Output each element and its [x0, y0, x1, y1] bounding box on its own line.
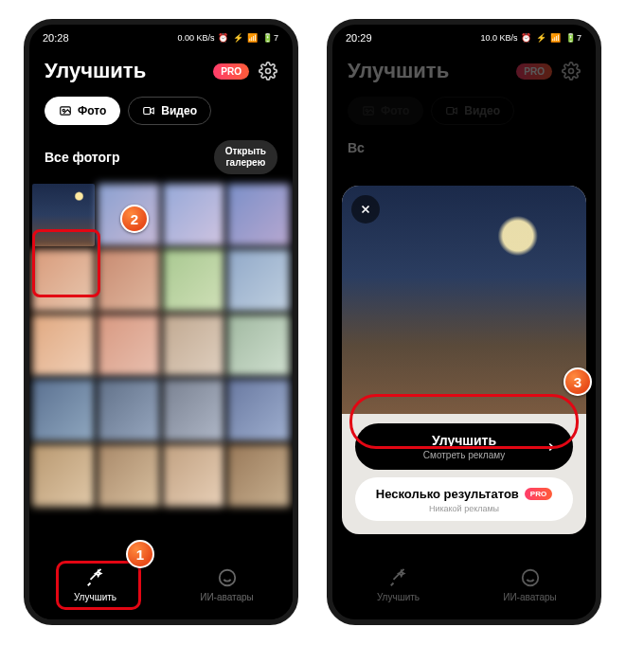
multiple-results-button[interactable]: Несколько результатов PRO Никакой реклам… — [355, 477, 573, 521]
pro-badge-mini: PRO — [525, 488, 552, 500]
callout-2: 2 — [120, 205, 149, 233]
grid-item[interactable] — [98, 249, 160, 312]
video-icon — [142, 104, 155, 117]
grid-item[interactable] — [163, 379, 225, 441]
gear-icon[interactable] — [259, 62, 277, 81]
pro-badge[interactable]: PRO — [516, 63, 552, 80]
chevron-right-icon — [545, 440, 558, 454]
photo-icon — [59, 104, 72, 117]
tab-photo[interactable]: Фото — [45, 97, 120, 125]
svg-point-4 — [219, 570, 235, 586]
bottom-nav: Улучшить ИИ-аватары — [332, 558, 596, 619]
photo-grid — [29, 184, 293, 507]
nav-avatars[interactable]: ИИ-аватары — [161, 567, 293, 602]
grid-item[interactable] — [32, 444, 95, 507]
section-row: Все фотогр Открыть галерею — [29, 134, 293, 184]
grid-item[interactable] — [227, 184, 290, 246]
section-title: Все фотогр — [45, 150, 119, 165]
section-title: Вс — [348, 140, 365, 155]
grid-item[interactable] — [163, 249, 225, 312]
grid-item[interactable] — [98, 379, 160, 441]
tab-video[interactable]: Видео — [128, 97, 211, 125]
sheet-actions: Улучшить Смотреть рекламу Несколько резу… — [342, 414, 586, 534]
open-gallery-button[interactable]: Открыть галерею — [214, 140, 277, 174]
section-row: Вс — [332, 134, 596, 165]
nav-enhance[interactable]: Улучшить — [332, 567, 464, 602]
status-right: 0.00 KB/s ⏰ ⚡ 📶 🔋7 — [177, 33, 279, 43]
page-title: Улучшить — [348, 59, 449, 83]
gear-icon[interactable] — [562, 62, 581, 81]
wand-icon — [85, 567, 106, 588]
grid-item[interactable] — [227, 444, 290, 507]
status-bar: 20:28 0.00 KB/s ⏰ ⚡ 📶 🔋7 — [29, 25, 293, 47]
preview-image — [342, 186, 586, 414]
tabs: Фото Видео — [332, 91, 596, 134]
status-time: 20:29 — [346, 32, 372, 44]
preview-sheet: Улучшить Смотреть рекламу Несколько резу… — [342, 186, 586, 534]
tab-video[interactable]: Видео — [431, 97, 514, 125]
close-button[interactable] — [351, 195, 380, 224]
grid-item[interactable] — [32, 379, 95, 441]
enhance-button[interactable]: Улучшить Смотреть рекламу — [355, 423, 573, 470]
video-icon — [445, 104, 458, 117]
grid-item[interactable] — [32, 314, 95, 377]
svg-point-7 — [366, 109, 367, 111]
status-right: 10.0 KB/s ⏰ ⚡ 📶 🔋7 — [480, 33, 582, 43]
photo-icon — [362, 104, 375, 117]
callout-3: 3 — [564, 367, 592, 396]
nav-avatars[interactable]: ИИ-аватары — [464, 567, 596, 602]
svg-point-0 — [266, 69, 271, 74]
pro-badge[interactable]: PRO — [213, 63, 249, 80]
nav-enhance[interactable]: Улучшить — [29, 567, 161, 602]
svg-point-9 — [522, 570, 538, 586]
grid-item[interactable] — [163, 184, 225, 246]
svg-point-2 — [63, 109, 64, 111]
grid-item[interactable] — [227, 379, 290, 441]
close-icon — [359, 203, 372, 216]
grid-item[interactable] — [98, 314, 160, 377]
header: Улучшить PRO — [29, 47, 293, 91]
svg-point-5 — [569, 69, 574, 74]
smile-icon — [217, 567, 238, 588]
svg-rect-8 — [447, 108, 454, 115]
header: Улучшить PRO — [332, 47, 596, 91]
grid-item[interactable] — [98, 444, 160, 507]
svg-rect-3 — [144, 108, 151, 115]
grid-item[interactable] — [32, 249, 95, 312]
phone-right: 20:29 10.0 KB/s ⏰ ⚡ 📶 🔋7 Улучшить PRO Фо… — [327, 19, 601, 625]
status-bar: 20:29 10.0 KB/s ⏰ ⚡ 📶 🔋7 — [332, 25, 596, 47]
wand-icon — [388, 567, 409, 588]
tabs: Фото Видео — [29, 91, 293, 134]
grid-item[interactable] — [163, 444, 225, 507]
phone-left: 20:28 0.00 KB/s ⏰ ⚡ 📶 🔋7 Улучшить PRO Фо… — [24, 19, 298, 625]
grid-item[interactable] — [227, 249, 290, 312]
callout-1: 1 — [126, 540, 154, 568]
bottom-nav: Улучшить ИИ-аватары — [29, 558, 293, 619]
status-time: 20:28 — [43, 32, 69, 44]
page-title: Улучшить — [45, 59, 146, 83]
smile-icon — [520, 567, 541, 588]
grid-item[interactable] — [163, 314, 225, 377]
grid-item[interactable] — [227, 314, 290, 377]
tab-photo[interactable]: Фото — [348, 97, 423, 125]
grid-item[interactable] — [32, 184, 95, 246]
